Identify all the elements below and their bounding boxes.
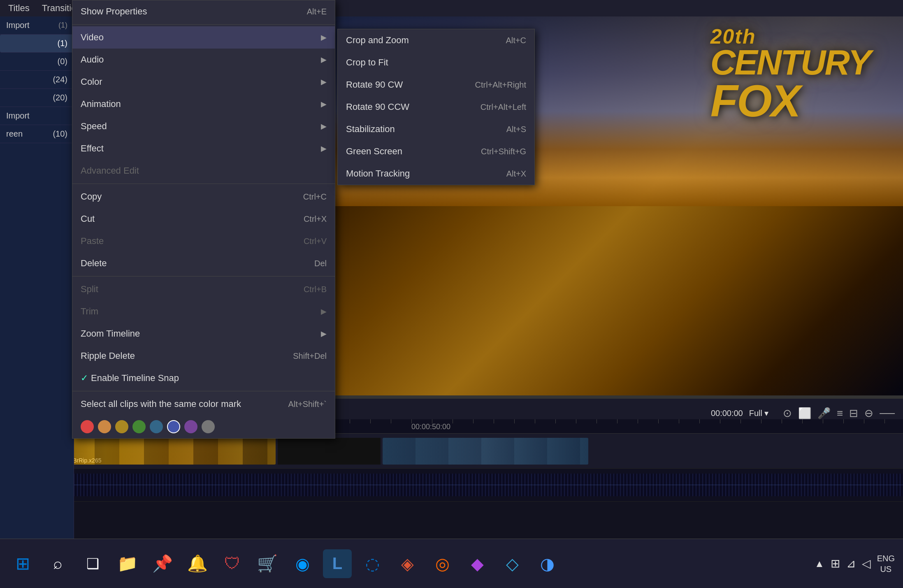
tool-icon-2[interactable]: ⬜ [798,407,811,420]
sidebar-item-2[interactable]: (1) [0,35,74,53]
menu-animation[interactable]: Animation ▶ [72,93,335,115]
purple-app-icon: ◆ [471,554,484,573]
sidebar-item-4[interactable]: (24) [0,71,74,89]
taskbar-explorer[interactable]: 📁 [113,549,142,578]
zoom-slider[interactable]: ── [880,407,895,420]
menu-copy[interactable]: Copy Ctrl+C [72,186,335,208]
swatch-blue[interactable] [167,420,180,433]
taskbar-app-teal[interactable]: ◇ [498,549,527,578]
quality-selector[interactable]: Full ▾ [749,408,768,418]
sidebar-item-1[interactable]: Import (1) [0,16,74,35]
menu-effect[interactable]: Effect ▶ [72,137,335,160]
menu-split: Split Ctrl+B [72,278,335,300]
video-submenu: Crop and Zoom Alt+C Crop to Fit Rotate 9… [337,29,535,185]
menu-audio[interactable]: Audio ▶ [72,49,335,71]
swatch-gray[interactable] [202,420,215,433]
swatch-green[interactable] [132,420,146,433]
video-clip-2[interactable] [383,438,588,465]
taskbar-app-bell[interactable]: 🔔 [183,549,212,578]
tray-network-icon[interactable]: ⊿ [846,557,856,570]
swatch-yellow[interactable] [115,420,128,433]
submenu-crop-zoom[interactable]: Crop and Zoom Alt+C [338,29,534,51]
menu-show-properties[interactable]: Show Properties Alt+E [72,0,335,23]
taskbar-app-orange[interactable]: ◎ [428,549,457,578]
bell-icon: 🔔 [187,554,208,573]
office-icon: ◈ [401,554,414,573]
progress-bar-track[interactable] [263,395,903,399]
swatch-red[interactable] [81,420,94,433]
teal-app-icon: ◇ [506,554,519,573]
taskbar-edge[interactable]: ◌ [358,549,387,578]
black-gap [278,438,381,465]
submenu-rotate-cw[interactable]: Rotate 90 CW Ctrl+Alt+Right [338,74,534,96]
swatch-orange[interactable] [98,420,111,433]
blue-app-icon: ◑ [540,554,555,573]
submenu-motion-tracking[interactable]: Motion Tracking Alt+X [338,163,534,185]
taskbar-app-l[interactable]: L [323,549,352,578]
waveform-center [21,485,903,485]
taskbar: ⊞ ⌕ ❑ 📁 📌 🔔 🛡 🛒 ◉ L ◌ ◈ ◎ ◆ ◇ [0,539,903,588]
menu-advanced-edit: Advanced Edit [72,160,335,182]
edge-icon: ◌ [365,554,380,573]
tab-titles[interactable]: Titles [8,3,30,14]
windows-start-button[interactable]: ⊞ [8,549,37,578]
tool-icon-3[interactable]: 🎤 [817,407,831,420]
sidebar-item-5[interactable]: (20) [0,89,74,107]
taskbar-app-purple[interactable]: ◆ [463,549,492,578]
tool-icon-1[interactable]: ⊙ [783,407,792,420]
taskbar-app-blue[interactable]: ◑ [533,549,562,578]
taskbar-office[interactable]: ◈ [393,549,422,578]
tool-icon-4[interactable]: ≡ [837,407,843,420]
progress-bar-fill [263,395,903,399]
tray-sound-icon[interactable]: ◁ [862,557,871,570]
progress-fill [263,395,903,399]
taskbar-browser1[interactable]: ◉ [288,549,317,578]
tray-wifi-icon[interactable]: ⊞ [831,557,840,570]
submenu-crop-fit[interactable]: Crop to Fit [338,51,534,74]
menu-timeline-snap[interactable]: ✓ Enable Timeline Snap [72,367,335,389]
separator-3 [72,276,335,277]
sidebar-green[interactable]: reen (10) [0,125,74,143]
search-icon: ⌕ [53,555,63,572]
taskbar-app-shield[interactable]: 🛡 [218,549,247,578]
waveform-container [21,474,903,496]
video-track: V1 tar.ECE.2009.720p.BrRip.x265 [0,434,903,469]
sidebar-import[interactable]: Import [0,107,74,125]
time-marker-50: 00:00:50:00 [411,423,450,431]
menu-color[interactable]: Color ▶ [72,71,335,93]
submenu-stabilization[interactable]: Stabilization Alt+S [338,118,534,140]
lang-label: ENG [877,553,895,564]
taskbar-task-view[interactable]: ❑ [78,549,107,578]
submenu-rotate-ccw[interactable]: Rotate 90 CCW Ctrl+Alt+Left [338,96,534,118]
fox-logo: 20th CENTURY FOX [710,25,870,127]
menu-video[interactable]: Video ▶ [72,26,335,49]
taskbar-store[interactable]: 🛒 [253,549,282,578]
menu-cut[interactable]: Cut Ctrl+X [72,208,335,230]
color-swatches-row [72,415,335,438]
swatch-purple[interactable] [184,420,197,433]
context-menu: Show Properties Alt+E Video ▶ Audio ▶ Co… [72,0,335,439]
taskbar-search[interactable]: ⌕ [43,549,72,578]
menu-ripple-delete[interactable]: Ripple Delete Shift+Del [72,345,335,367]
zoom-out-icon[interactable]: ⊖ [864,407,873,420]
separator-1 [72,24,335,25]
menu-select-color-clips[interactable]: Select all clips with the same color mar… [72,393,335,415]
system-clock[interactable]: ENG US [877,553,895,574]
sidebar-item-3[interactable]: (0) [0,53,74,71]
swatch-teal[interactable] [150,420,163,433]
taskbar-app-pin[interactable]: 📌 [148,549,177,578]
video-clip-container: tar.ECE.2009.720p.BrRip.x265 [21,438,903,465]
folder-icon: 📁 [117,554,138,573]
tool-icon-5[interactable]: ⊟ [849,407,858,420]
windows-logo-icon: ⊞ [16,553,30,574]
menu-trim: Trim ▶ [72,300,335,323]
empty-track [0,502,903,539]
time-display: 00:00:00 [711,409,743,418]
submenu-green-screen[interactable]: Green Screen Ctrl+Shift+G [338,140,534,163]
preview-tools: ⊙ ⬜ 🎤 ≡ ⊟ ⊖ ── [783,407,895,420]
tray-chevron-icon[interactable]: ▲ [815,558,824,569]
menu-delete[interactable]: Delete Del [72,252,335,274]
menu-zoom-timeline[interactable]: Zoom Timeline ▶ [72,323,335,345]
l-app-icon: L [332,554,342,573]
menu-speed[interactable]: Speed ▶ [72,115,335,137]
